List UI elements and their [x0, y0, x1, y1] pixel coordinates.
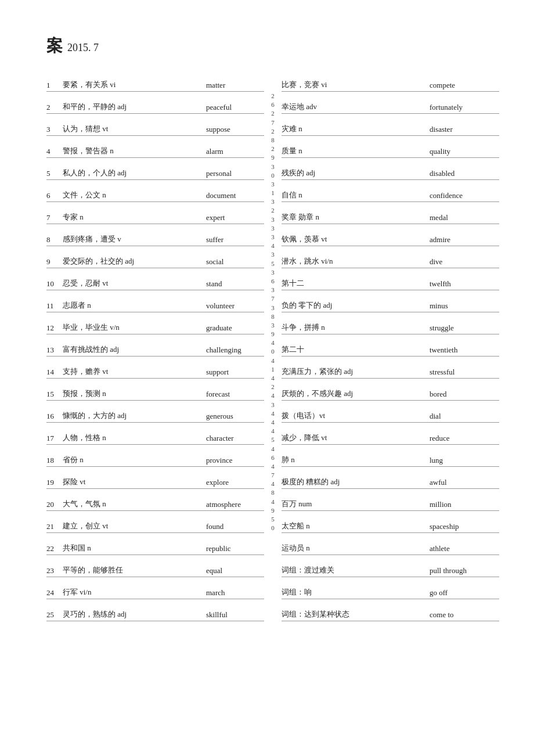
row-number: 18 — [46, 456, 63, 465]
row-number: 15 — [46, 390, 63, 399]
row-chinese: 人物，性格 n — [63, 433, 206, 443]
row-english: graduate — [206, 323, 264, 333]
row-english: matter — [206, 81, 264, 90]
row-number: 2 — [46, 103, 63, 112]
page-number: 5 — [271, 260, 275, 268]
row-english: volunteer — [206, 301, 264, 311]
page-number: 2 — [271, 145, 275, 153]
row-chinese-right: 厌烦的，不感兴趣 adj — [282, 388, 430, 399]
page-number: 1 — [271, 365, 275, 374]
row-chinese: 和平的，平静的 adj — [63, 102, 206, 112]
left-vocab-row: 5 私人的，个人的 adj personal — [46, 159, 264, 180]
row-number: 6 — [46, 191, 63, 200]
row-english-right: athlete — [430, 544, 499, 553]
row-number: 16 — [46, 412, 63, 421]
row-chinese: 毕业，毕业生 v/n — [63, 322, 206, 333]
row-english-right: twentieth — [430, 345, 499, 355]
row-english-right: quality — [430, 147, 499, 156]
right-vocab-row: 百万 num million — [282, 490, 499, 511]
row-chinese-right: 肺 n — [282, 455, 430, 465]
row-english-right: stressful — [430, 368, 499, 377]
row-number: 5 — [46, 169, 63, 178]
row-english: explore — [206, 478, 264, 487]
left-vocab-row: 23 平等的，能够胜任 equal — [46, 556, 264, 577]
row-chinese-right: 质量 n — [282, 146, 430, 156]
row-chinese-right: 词组：达到某种状态 — [282, 609, 430, 620]
page-number: 2 — [271, 383, 275, 391]
page-number: 4 — [271, 242, 275, 250]
right-vocab-row: 第十二 twelfth — [282, 269, 499, 290]
row-english: suffer — [206, 235, 264, 244]
row-chinese: 省份 n — [63, 455, 206, 465]
row-english: personal — [206, 169, 264, 178]
page-numbers-col: 2627282930313233343536373839404142434445… — [264, 71, 282, 622]
left-vocab-row: 21 建立，创立 vt found — [46, 512, 264, 533]
left-vocab-row: 10 忍受，忍耐 vt stand — [46, 269, 264, 290]
row-chinese: 富有挑战性的 adj — [63, 344, 206, 355]
row-chinese-right: 拨（电话）vt — [282, 411, 430, 421]
page-number: 6 — [271, 100, 275, 109]
page-number: 4 — [271, 374, 275, 383]
row-number: 12 — [46, 323, 63, 333]
row-chinese: 文件，公文 n — [63, 190, 206, 200]
right-vocab-row: 质量 n quality — [282, 137, 499, 158]
row-chinese-right: 幸运地 adv — [282, 102, 430, 112]
page-number: 3 — [271, 321, 275, 330]
right-vocab-row: 减少，降低 vt reduce — [282, 424, 499, 445]
row-chinese-right: 词组：渡过难关 — [282, 565, 430, 575]
row-number: 11 — [46, 301, 63, 311]
right-vocab-row: 太空船 n spaceship — [282, 512, 499, 533]
page-number: 3 — [271, 215, 275, 224]
row-english-right: compete — [430, 81, 499, 90]
row-english-right: dial — [430, 412, 499, 421]
row-english-right: dive — [430, 257, 499, 267]
page-number: 2 — [271, 127, 275, 136]
row-english: support — [206, 368, 264, 377]
page-number: 4 — [271, 418, 275, 427]
page-number: 1 — [271, 189, 275, 197]
row-english: social — [206, 257, 264, 267]
page-number: 3 — [271, 233, 275, 242]
row-chinese-right: 比赛，竞赛 vi — [282, 80, 430, 90]
row-english: march — [206, 588, 264, 597]
row-number: 7 — [46, 213, 63, 222]
page-number: 5 — [271, 515, 275, 524]
left-vocab-row: 8 感到疼痛，遭受 v suffer — [46, 225, 264, 246]
row-number: 10 — [46, 279, 63, 289]
row-english: challenging — [206, 345, 264, 355]
right-vocab-row: 斗争，拼搏 n struggle — [282, 314, 499, 334]
left-vocab-row: 22 共和国 n republic — [46, 534, 264, 555]
row-number: 14 — [46, 368, 63, 377]
page-number: 6 — [271, 277, 275, 286]
row-number: 22 — [46, 544, 63, 553]
row-english-right: spaceship — [430, 522, 499, 531]
row-chinese: 要紧，有关系 vi — [63, 80, 206, 90]
row-chinese: 警报，警告器 n — [63, 146, 206, 156]
row-number: 24 — [46, 588, 63, 597]
page-number: 6 — [271, 453, 275, 462]
page-number: 2 — [271, 206, 275, 215]
row-chinese: 忍受，忍耐 vt — [63, 278, 206, 289]
page-number: 4 — [271, 498, 275, 506]
row-english: province — [206, 456, 264, 465]
row-chinese-right: 第十二 — [282, 278, 430, 289]
left-vocab-row: 4 警报，警告器 n alarm — [46, 137, 264, 158]
row-english-right: disaster — [430, 125, 499, 134]
right-vocab-row: 钦佩，羡慕 vt admire — [282, 225, 499, 246]
row-chinese: 感到疼痛，遭受 v — [63, 234, 206, 244]
page-number: 3 — [271, 180, 275, 189]
right-vocab-row: 拨（电话）vt dial — [282, 402, 499, 423]
row-chinese: 私人的，个人的 adj — [63, 168, 206, 178]
right-vocab-row: 奖章 勋章 n medal — [282, 203, 499, 224]
row-chinese: 建立，创立 vt — [63, 521, 206, 531]
title-year: 2015. 7 — [67, 42, 99, 54]
row-chinese: 大气，气氛 n — [63, 499, 206, 509]
right-vocab-row: 比赛，竞赛 vi compete — [282, 71, 499, 92]
page-number: 7 — [271, 471, 275, 480]
page-number: 0 — [271, 171, 275, 180]
row-english-right: lung — [430, 456, 499, 465]
row-number: 20 — [46, 500, 63, 509]
row-chinese-right: 自信 n — [282, 190, 430, 200]
row-english: alarm — [206, 147, 264, 156]
page-title: 案 2015. 7 — [46, 35, 499, 57]
